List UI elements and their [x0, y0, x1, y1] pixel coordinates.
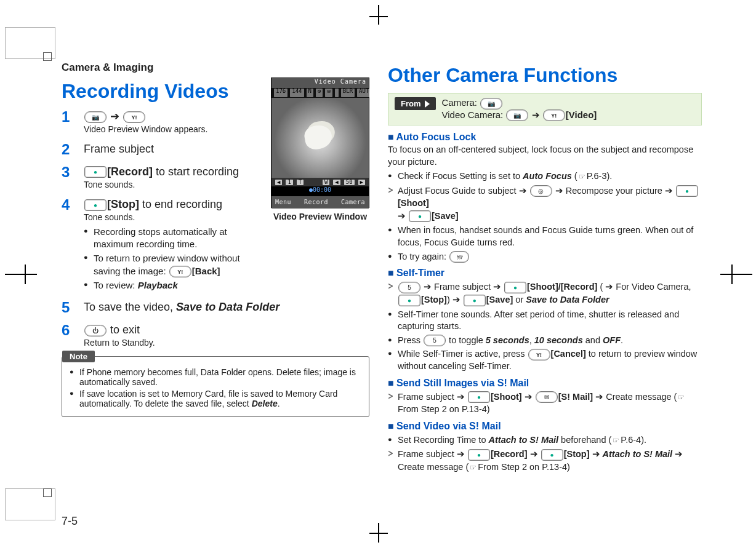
indicator-icon: AUTO	[357, 89, 369, 97]
subsection-autofocus: Auto Focus Lock	[388, 132, 702, 143]
text: Recompose your picture	[566, 186, 662, 196]
bullet-item: When in focus, handset sounds and Focus …	[388, 225, 702, 249]
video-softkey-label: [Video]	[566, 109, 597, 120]
stop-label: [Stop]	[564, 449, 590, 459]
center-key-icon	[409, 210, 431, 222]
center-key-icon	[676, 185, 698, 197]
step-body: Frame subject	[84, 141, 265, 157]
arrow-icon	[528, 449, 541, 459]
five-key-icon	[398, 282, 420, 293]
page: Camera & Imaging Video Camera 176 144 N …	[0, 0, 756, 545]
note-text: If save location is set to Memory Card, …	[79, 389, 337, 408]
bullet-text: To review:	[94, 280, 138, 290]
delete-label: Delete	[252, 399, 278, 408]
step-body: [Stop] to end recording Tone sounds. Rec…	[84, 197, 265, 294]
10sec-label: 10 seconds	[534, 335, 583, 345]
arrow-icon	[454, 449, 467, 459]
bullet-item: While Self-Timer is active, press [Cance…	[388, 348, 702, 372]
center-key-icon	[468, 391, 490, 403]
video-preview-figure: Video Camera 176 144 N ⚙ ⊞ BLR AUTO	[271, 78, 369, 221]
bullet-item: Check if Focus Setting is set to Auto Fo…	[388, 170, 702, 183]
bullet-item: Recording stops automatically at maximum…	[84, 226, 265, 251]
send-video-bullets: Set Recording Time to Attach to S! Mail …	[388, 434, 702, 447]
center-key-icon	[84, 199, 107, 211]
ref-icon	[468, 462, 478, 472]
from-tag: From	[395, 97, 436, 110]
save-folder-label: Save to Data Folder	[526, 295, 609, 304]
arrow-icon	[491, 282, 504, 292]
section-header: Camera & Imaging	[62, 62, 369, 74]
step-3-headline-text: to start recording	[153, 165, 239, 178]
ref-icon	[677, 392, 686, 402]
period: .	[278, 399, 280, 408]
step-body: to exit Return to Standby.	[84, 322, 369, 349]
brightness-indicator: W	[323, 180, 329, 185]
record-label: [Record]	[491, 449, 528, 459]
step-5-pre: To save the video,	[84, 301, 176, 313]
bullet-item: Set Recording Time to Attach to S! Mail …	[388, 434, 702, 447]
text: Check if Focus Setting is set to	[398, 171, 523, 181]
send-still-procedure: Frame subject[Shoot][S! Mail]Create mess…	[388, 391, 702, 416]
step-number: 1	[62, 109, 78, 135]
step-5: 5 To save the video, Save to Data Folder	[62, 300, 369, 316]
step-body: [Record] to start recording Tone sounds.	[84, 164, 265, 191]
center-key-icon	[541, 449, 563, 461]
arrow-icon	[421, 282, 434, 292]
step-3: 3 [Record] to start recording Tone sound…	[62, 164, 265, 191]
autofocus-bullets-2: When in focus, handset sounds and Focus …	[388, 225, 702, 263]
step-2: 2 Frame subject	[62, 141, 265, 157]
step-number: 6	[62, 322, 78, 349]
camera-key-icon	[506, 109, 528, 121]
ref-text: P.6-3	[587, 171, 607, 181]
text: Press	[398, 335, 423, 345]
camera-key-icon	[480, 98, 502, 109]
step-1-headline	[84, 109, 265, 124]
bullet-item: If save location is set to Memory Card, …	[70, 389, 361, 408]
arrow-icon	[590, 449, 603, 459]
right-title: Other Camera Functions	[388, 64, 702, 87]
stop-label: [Stop]	[107, 198, 139, 210]
step-body: Video Preview Window appears.	[84, 109, 265, 135]
from-camera-label: Camera:	[442, 97, 480, 108]
arrow-icon	[517, 186, 529, 196]
clear-key-icon	[449, 251, 469, 263]
and-text: and	[583, 335, 603, 345]
playback-label: Playback	[138, 280, 178, 290]
off-label: OFF	[603, 335, 621, 345]
step-4-headline-text: to end recording	[139, 198, 222, 210]
arrow-icon	[110, 110, 123, 122]
step-3-sub: Tone sounds.	[84, 179, 265, 191]
selftimer-procedure: Frame subject[Shoot]/[Record] ( ➔ For Vi…	[388, 280, 702, 306]
bullet-item: If Phone memory becomes full, Data Folde…	[70, 367, 361, 387]
phone-softkeys: Menu Record Camera	[271, 196, 369, 209]
phone-zoom-bar: ◀ 1 T W ◀ 50 ▶	[271, 178, 369, 186]
text: beforehand (	[558, 435, 611, 445]
figure-caption: Video Preview Window	[271, 212, 369, 221]
subsection-send-still: Send Still Images via S! Mail	[388, 378, 702, 389]
note-box: Note If Phone memory becomes full, Data …	[62, 356, 369, 417]
from-video-label: Video Camera:	[442, 109, 506, 120]
step-number: 2	[62, 141, 78, 157]
page-number: 7-5	[62, 515, 78, 528]
right-column: Other Camera Functions From Camera: Vide…	[388, 62, 702, 504]
ref-text: P.6-4	[621, 435, 641, 445]
step-4: 4 [Stop] to end recording Tone sounds. R…	[62, 197, 265, 294]
phone-titlebar: Video Camera	[271, 78, 369, 88]
step-6-headline-text: to exit	[107, 324, 140, 336]
phone-screen: Video Camera 176 144 N ⚙ ⊞ BLR AUTO	[271, 78, 369, 208]
indicator-icon: ⚙	[316, 89, 323, 97]
back-label: [Back]	[192, 266, 220, 276]
softkey-camera: Camera	[341, 199, 365, 205]
subsection-selftimer: Self-Timer	[388, 268, 702, 279]
arrow-icon	[398, 211, 408, 221]
period: .	[621, 335, 623, 345]
crop-mark	[43, 488, 52, 497]
bullet-item: Self-Timer tone sounds. After set period…	[388, 309, 702, 333]
ref-text: From Step 2 on P.13-4	[478, 462, 567, 472]
selftimer-bullets: Self-Timer tone sounds. After set period…	[388, 309, 702, 373]
subsection-send-video: Send Video via S! Mail	[388, 421, 702, 432]
arrow-icon	[522, 392, 535, 402]
indicator-icon: 144	[290, 89, 304, 97]
send-video-procedure: Frame subject[Record][Stop]Attach to S! …	[388, 448, 702, 473]
step-1: 1 Video Preview Window appears.	[62, 109, 265, 135]
